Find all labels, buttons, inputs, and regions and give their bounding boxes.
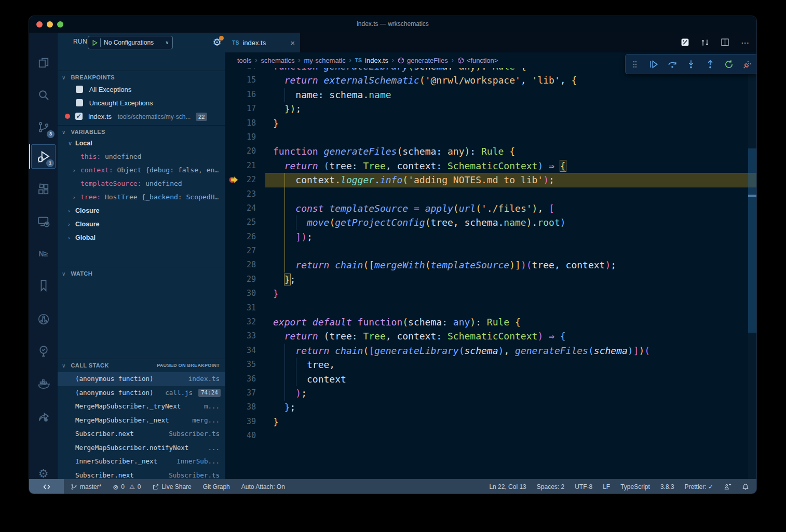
line-number[interactable]: 32 <box>225 315 256 329</box>
encoding-status[interactable]: UTF-8 <box>575 483 592 490</box>
code-line[interactable]: 36 context <box>225 372 757 386</box>
breadcrumb-item[interactable]: <function> <box>467 57 498 64</box>
line-number[interactable]: 14 <box>225 68 256 73</box>
explorer-icon[interactable] <box>31 50 56 75</box>
code-line[interactable]: 34 return chain([generateLibrary(schema)… <box>225 344 757 358</box>
close-icon[interactable]: × <box>290 38 295 47</box>
line-number[interactable]: 40 <box>225 429 256 443</box>
variables-scope[interactable]: ›Closure <box>58 204 225 217</box>
code-line[interactable]: 38 }; <box>225 400 757 414</box>
code-line[interactable]: 22 context.logger.info('adding NOTES.md … <box>225 173 757 187</box>
line-number[interactable]: 23 <box>225 187 256 201</box>
remote-explorer-icon[interactable] <box>31 209 56 234</box>
project-share-icon[interactable] <box>31 404 56 429</box>
line-number[interactable]: 25 <box>225 215 256 229</box>
code-line[interactable]: 21 return (tree: Tree, context: Schemati… <box>225 159 757 173</box>
checkbox[interactable] <box>76 99 83 106</box>
docker-icon[interactable] <box>31 372 56 396</box>
call-stack-frame[interactable]: InnerSubscriber._nextInnerSub... <box>58 455 225 469</box>
code-line[interactable]: 23 <box>225 187 757 201</box>
line-number[interactable]: 18 <box>225 116 256 130</box>
step-over-icon[interactable] <box>668 59 677 70</box>
code-line[interactable]: 26 ]); <box>225 230 757 244</box>
split-editor-icon[interactable] <box>721 38 730 47</box>
problems-status[interactable]: ⊗ 0 ⚠ 0 <box>113 483 141 491</box>
line-number[interactable]: 30 <box>225 287 256 301</box>
code-line[interactable]: 19 <box>225 130 757 144</box>
code-line[interactable]: 40 <box>225 429 757 443</box>
code-line[interactable]: 15 return externalSchematic('@nrwl/works… <box>225 73 757 87</box>
call-stack-frame[interactable]: Subscriber.nextSubscriber.ts <box>58 427 225 441</box>
live-share-button[interactable]: Live Share <box>152 483 191 490</box>
code-line[interactable]: 29 }; <box>225 272 757 287</box>
launch-configuration-dropdown[interactable]: No Configurations ∨ <box>88 36 173 49</box>
line-number[interactable]: 16 <box>225 88 256 102</box>
typescript-version-status[interactable]: 3.8.3 <box>660 483 674 490</box>
extensions-icon[interactable] <box>31 177 56 201</box>
code-line[interactable]: 39} <box>225 415 757 429</box>
line-number[interactable]: 36 <box>225 372 256 386</box>
git-graph-icon[interactable] <box>31 307 56 331</box>
line-number[interactable]: 21 <box>225 159 256 173</box>
breadcrumb-item[interactable]: tools <box>237 57 251 64</box>
eol-status[interactable]: LF <box>603 483 610 490</box>
code-line[interactable]: 24 const templateSource = apply(url('./f… <box>225 201 757 215</box>
variable-row[interactable]: ›context: Object {debug: false, en… <box>58 163 225 177</box>
code-editor[interactable]: 14function generateLibrary(schema: any):… <box>225 68 757 479</box>
line-number[interactable]: 37 <box>225 386 256 400</box>
notifications-bell-icon[interactable] <box>742 483 749 491</box>
code-line[interactable]: 25 move(getProjectConfig(tree, schema.na… <box>225 215 757 229</box>
code-line[interactable]: 20function generateFiles(schema: any): R… <box>225 144 757 158</box>
line-number[interactable]: 39 <box>225 415 256 429</box>
step-out-icon[interactable] <box>705 59 715 70</box>
line-number[interactable]: 19 <box>225 130 256 144</box>
checkbox[interactable] <box>76 86 83 93</box>
checkbox[interactable] <box>75 113 83 120</box>
source-control-icon[interactable]: 3 <box>31 115 56 139</box>
line-number[interactable]: 17 <box>225 102 256 116</box>
variable-row[interactable]: templateSource: undefined <box>58 177 225 190</box>
variables-scope[interactable]: ›Global <box>58 231 225 244</box>
prettier-status[interactable]: Prettier: ✓ <box>685 483 713 490</box>
breakpoint-uncaught-exceptions[interactable]: Uncaught Exceptions <box>58 97 225 110</box>
code-line[interactable]: 16 name: schema.name <box>225 88 757 102</box>
code-line[interactable]: 18} <box>225 116 757 130</box>
variable-row[interactable]: ›tree: HostTree {_backend: ScopedH… <box>58 190 225 204</box>
breakpoint-all-exceptions[interactable]: All Exceptions <box>58 83 225 97</box>
line-number[interactable]: 35 <box>225 358 256 372</box>
breakpoint-index-ts[interactable]: index.ts tools/schematics/my-sch... 22 <box>58 110 225 124</box>
breadcrumb-item[interactable]: schematics <box>261 57 294 64</box>
indentation-status[interactable]: Spaces: 2 <box>537 483 564 490</box>
call-stack-frame[interactable]: (anonymous function)index.ts <box>58 372 225 386</box>
call-stack-section-header[interactable]: ∨ CALL STACK PAUSED ON BREAKPOINT <box>58 359 225 371</box>
code-line[interactable]: 31 <box>225 301 757 315</box>
call-stack-frame[interactable]: (anonymous function)74:24call.js <box>58 386 225 400</box>
line-number[interactable]: 26 <box>225 230 256 244</box>
variable-row[interactable]: this: undefined <box>58 150 225 163</box>
auto-attach-status[interactable]: Auto Attach: On <box>241 483 285 490</box>
step-into-icon[interactable] <box>686 59 696 70</box>
code-line[interactable]: 17 }); <box>225 102 757 116</box>
code-line[interactable]: 28 return chain([mergeWith(templateSourc… <box>225 258 757 272</box>
code-line[interactable]: 37 ); <box>225 386 757 400</box>
line-number[interactable]: 24 <box>225 201 256 215</box>
code-line[interactable]: 35 tree, <box>225 358 757 372</box>
drag-handle-icon[interactable] <box>630 59 640 70</box>
continue-icon[interactable] <box>648 59 658 70</box>
restart-icon[interactable] <box>724 59 734 70</box>
variables-section-header[interactable]: ∨ VARIABLES <box>58 125 225 138</box>
breadcrumb-item[interactable]: generateFiles <box>407 57 448 64</box>
nx-console-icon[interactable]: N≥ <box>31 241 56 266</box>
line-number[interactable]: 20 <box>225 144 256 158</box>
remote-indicator[interactable] <box>29 479 64 494</box>
line-number[interactable]: 29 <box>225 272 256 287</box>
prettier-format-icon[interactable] <box>681 38 690 47</box>
configure-gear-icon[interactable]: ⚙ <box>211 36 223 49</box>
breakpoints-section-header[interactable]: ∨ BREAKPOINTS <box>58 71 225 83</box>
git-graph-button[interactable]: Git Graph <box>203 483 230 490</box>
breadcrumb-item[interactable]: index.ts <box>365 57 388 64</box>
line-number[interactable]: 31 <box>225 301 256 315</box>
cursor-position-status[interactable]: Ln 22, Col 13 <box>489 483 526 490</box>
scrollbar-slider[interactable] <box>748 148 757 333</box>
call-stack-frame[interactable]: MergeMapSubscriber.notifyNext... <box>58 441 225 455</box>
